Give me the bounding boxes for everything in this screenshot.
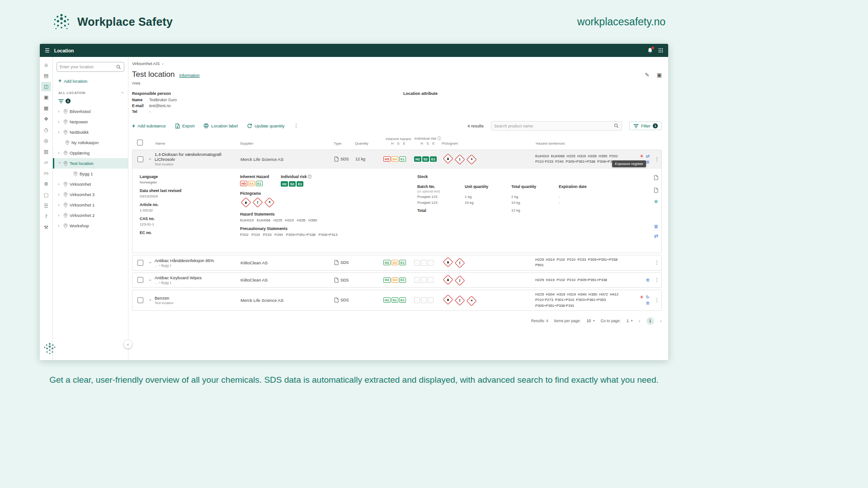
info-icon[interactable]: ⓘ bbox=[308, 175, 311, 179]
folder-icon[interactable]: ▭ bbox=[41, 169, 51, 178]
current-page-button[interactable]: 1 bbox=[646, 317, 654, 325]
row-expand-chevron-icon[interactable]: › bbox=[148, 157, 152, 161]
row-menu-button[interactable]: ⋮ bbox=[652, 260, 661, 266]
assessment-list-icon[interactable]: ≣ bbox=[646, 301, 650, 305]
tree-item-virksomhet-1[interactable]: ›Virksomhet 1 bbox=[53, 200, 128, 210]
add-location-button[interactable]: + Add location bbox=[58, 78, 124, 84]
items-per-page-select[interactable]: 10▾ bbox=[587, 319, 595, 324]
substitution-arrows-icon[interactable]: ⇄ bbox=[646, 154, 650, 159]
sds-file-icon[interactable] bbox=[654, 174, 658, 182]
history-icon[interactable]: ◷ bbox=[41, 125, 51, 135]
tree-item-netpower[interactable]: ›Netpower bbox=[53, 117, 128, 127]
home-icon[interactable]: ⌂ bbox=[41, 60, 51, 70]
collapse-chevron-icon[interactable]: › bbox=[120, 92, 125, 94]
goto-page-select[interactable]: 1▾ bbox=[627, 319, 632, 324]
tree-item-opplæring[interactable]: ›Opplæring bbox=[53, 148, 128, 158]
prev-page-button[interactable]: ‹ bbox=[638, 318, 640, 324]
expand-chevron-icon[interactable]: › bbox=[58, 182, 61, 187]
settings-icon[interactable]: ⚙ bbox=[41, 179, 51, 189]
handbook-icon[interactable]: ▥ bbox=[41, 147, 51, 156]
expand-chevron-icon[interactable]: › bbox=[58, 151, 61, 155]
tree-item-virksomhet[interactable]: ›Virksomhet bbox=[53, 179, 128, 189]
help-icon[interactable]: ? bbox=[41, 212, 51, 221]
warning-asterisk-icon[interactable]: ✳ bbox=[640, 154, 643, 159]
substance-row-main[interactable]: ›BenzenTest locationMerck Life Science A… bbox=[132, 290, 661, 310]
substance-row-main[interactable]: ›Antibac Hånddesinfeksjon 85%… › Bygg 1K… bbox=[132, 255, 661, 270]
add-substance-button[interactable]: + Add substance bbox=[132, 123, 166, 129]
location-search[interactable] bbox=[57, 62, 124, 72]
tree-item-virksomhet-3[interactable]: ›Virksomhet 3 bbox=[53, 189, 128, 200]
transfer-icon[interactable]: ✥ bbox=[41, 114, 51, 124]
export-button[interactable]: Export bbox=[175, 123, 194, 129]
edit-location-button[interactable]: ✎ bbox=[645, 72, 650, 78]
tasks-icon[interactable]: ☰ bbox=[41, 201, 51, 211]
menu-icon[interactable]: ☰ bbox=[45, 47, 50, 54]
apps-grid-button[interactable] bbox=[658, 47, 663, 55]
warning-asterisk-icon[interactable]: ✳ bbox=[640, 295, 643, 300]
filter-button[interactable]: Filter 1 bbox=[629, 122, 662, 130]
risk-assessment-icon[interactable]: ≣ bbox=[654, 224, 658, 229]
tree-item-test-location[interactable]: ›Test location bbox=[53, 158, 128, 169]
expand-chevron-icon[interactable]: › bbox=[58, 192, 61, 197]
product-search-input[interactable] bbox=[494, 124, 614, 128]
screen-icon[interactable]: ▢ bbox=[41, 190, 51, 200]
row-menu-button[interactable]: ⋮ bbox=[652, 156, 661, 162]
row-checkbox[interactable] bbox=[137, 260, 143, 266]
substance-row-main[interactable]: ›1,4-Dioksan for væskekromatografi LiChr… bbox=[132, 150, 661, 168]
tree-item-workshop[interactable]: ›Workshop bbox=[53, 221, 128, 231]
row-expand-chevron-icon[interactable]: › bbox=[148, 278, 152, 282]
snowflake-icon[interactable]: ❄ bbox=[654, 199, 658, 204]
training-icon[interactable]: ▱ bbox=[41, 158, 51, 167]
notifications-button[interactable] bbox=[647, 47, 653, 53]
location-label-button[interactable]: Location label bbox=[203, 123, 238, 128]
search-user-icon[interactable]: ◎ bbox=[41, 136, 51, 145]
assessment-list-icon[interactable]: ≣ bbox=[646, 278, 650, 282]
product-sheet-icon[interactable] bbox=[654, 187, 658, 195]
expand-chevron-icon[interactable]: › bbox=[58, 224, 61, 228]
sds-type[interactable]: SDS bbox=[334, 156, 355, 162]
breadcrumb-item[interactable]: Virksomhet A/S bbox=[132, 61, 160, 66]
toolbar-more-button[interactable]: ⋮ bbox=[294, 123, 299, 129]
substitution-icon[interactable]: ⇄ bbox=[654, 234, 658, 239]
information-link[interactable]: Information bbox=[179, 73, 200, 78]
tree-filter-button[interactable]: 1 bbox=[58, 99, 124, 103]
media-button[interactable]: ▣ bbox=[657, 72, 662, 78]
row-expand-chevron-icon[interactable]: › bbox=[148, 298, 152, 302]
sds-type[interactable]: SDS bbox=[334, 277, 355, 283]
sds-type[interactable]: SDS bbox=[334, 297, 355, 303]
name-label: Name bbox=[132, 98, 149, 102]
expand-chevron-icon[interactable]: › bbox=[58, 203, 61, 207]
row-menu-button[interactable]: ⋮ bbox=[652, 297, 661, 303]
locations-icon[interactable]: ◫ bbox=[41, 82, 51, 91]
expand-chevron-icon[interactable]: › bbox=[58, 213, 61, 218]
tools-icon[interactable]: ⚒ bbox=[41, 223, 51, 232]
row-checkbox[interactable] bbox=[137, 277, 143, 283]
inventory-icon[interactable]: ▦ bbox=[41, 103, 51, 113]
tree-item-bilverksted[interactable]: ›Bilverksted bbox=[53, 106, 128, 117]
tree-item-nettbutikk[interactable]: ›Nettbutikk bbox=[53, 127, 128, 137]
info-icon[interactable]: ⓘ bbox=[437, 136, 441, 141]
tree-item-ny-rotlokasjon[interactable]: Ny rotlokasjon bbox=[53, 137, 128, 148]
expand-chevron-icon[interactable]: › bbox=[58, 120, 61, 124]
row-expand-chevron-icon[interactable]: › bbox=[148, 260, 152, 265]
assessment-list-icon[interactable]: ≣ bbox=[646, 160, 650, 164]
select-all-checkbox[interactable] bbox=[137, 140, 143, 145]
update-quantity-button[interactable]: Update quantity bbox=[247, 123, 285, 129]
expand-chevron-icon[interactable]: › bbox=[58, 109, 61, 114]
sync-icon[interactable]: ↻ bbox=[646, 295, 650, 300]
sds-type[interactable]: SDS bbox=[334, 260, 355, 265]
tree-item-bygg-1[interactable]: Bygg 1 bbox=[53, 169, 128, 179]
location-search-input[interactable] bbox=[60, 65, 116, 69]
row-checkbox[interactable] bbox=[137, 297, 143, 303]
gallery-icon[interactable]: ▣ bbox=[41, 93, 51, 102]
row-menu-button[interactable]: ⋮ bbox=[652, 277, 661, 283]
substance-row-main[interactable]: ›Antibac Keyboard Wipes… › Bygg 1KiiltoC… bbox=[132, 273, 661, 287]
row-checkbox[interactable] bbox=[137, 156, 143, 162]
tree-item-virksomhet-2[interactable]: ›Virksomhet 2 bbox=[53, 210, 128, 221]
panel-collapse-handle[interactable]: ‹ bbox=[124, 340, 132, 348]
next-page-button[interactable]: › bbox=[660, 318, 662, 324]
expand-chevron-icon[interactable]: › bbox=[57, 162, 62, 165]
expand-chevron-icon[interactable]: › bbox=[58, 130, 61, 135]
registry-icon[interactable]: ▤ bbox=[41, 71, 51, 80]
product-search[interactable] bbox=[491, 121, 622, 131]
